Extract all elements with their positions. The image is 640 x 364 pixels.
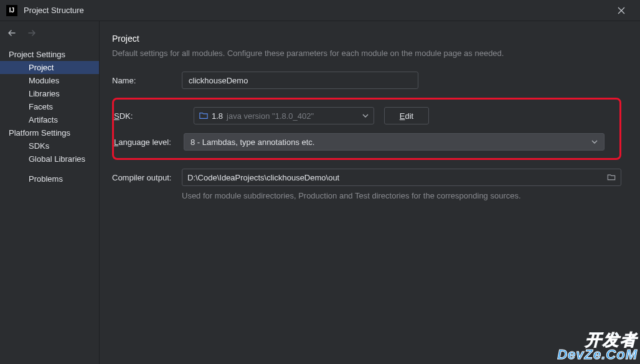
sidebar-item-facets[interactable]: Facets bbox=[0, 100, 99, 113]
arrow-left-icon bbox=[7, 29, 16, 37]
section-header-project-settings: Project Settings bbox=[0, 48, 99, 61]
language-level-select[interactable]: 8 - Lambdas, type annotations etc. bbox=[184, 133, 605, 151]
name-row: Name: bbox=[112, 72, 621, 89]
sdk-detail-text: java version "1.8.0_402" bbox=[227, 111, 314, 121]
sidebar-item-libraries[interactable]: Libraries bbox=[0, 87, 99, 100]
highlighted-section: SDK: 1.8 java version "1.8.0_402" Edit L… bbox=[112, 98, 621, 160]
language-level-value: 8 - Lambdas, type annotations etc. bbox=[191, 138, 314, 147]
compiler-output-input[interactable]: D:\Code\IdeaProjects\clickhouseDemo\out bbox=[182, 169, 621, 186]
section-header-platform-settings: Platform Settings bbox=[0, 126, 99, 139]
sidebar: Project Settings Project Modules Librari… bbox=[0, 21, 100, 364]
nav-arrows bbox=[0, 25, 99, 48]
chevron-down-icon bbox=[591, 138, 598, 147]
compiler-output-value: D:\Code\IdeaProjects\clickhouseDemo\out bbox=[187, 173, 607, 182]
folder-icon bbox=[607, 173, 616, 182]
close-icon bbox=[618, 7, 625, 14]
language-level-row: Language level: 8 - Lambdas, type annota… bbox=[114, 133, 605, 151]
window-title: Project Structure bbox=[24, 6, 84, 15]
page-title: Project bbox=[112, 34, 621, 44]
edit-button[interactable]: Edit bbox=[384, 107, 429, 124]
sidebar-item-sdks[interactable]: SDKs bbox=[0, 139, 99, 152]
sdk-row: SDK: 1.8 java version "1.8.0_402" Edit bbox=[114, 107, 605, 124]
close-button[interactable] bbox=[609, 2, 634, 19]
titlebar: IJ Project Structure bbox=[0, 0, 640, 21]
browse-folder-button[interactable] bbox=[607, 173, 616, 182]
sidebar-item-modules[interactable]: Modules bbox=[0, 74, 99, 87]
main-panel: Project Default settings for all modules… bbox=[100, 21, 640, 364]
jdk-folder-icon bbox=[199, 111, 208, 120]
name-input[interactable] bbox=[182, 72, 418, 89]
sdk-select[interactable]: 1.8 java version "1.8.0_402" bbox=[194, 107, 374, 124]
name-label: Name: bbox=[112, 76, 182, 85]
nav-back-button[interactable] bbox=[7, 29, 16, 39]
sdk-label: SDK: bbox=[114, 111, 184, 121]
language-level-label: Language level: bbox=[114, 138, 184, 147]
compiler-helper-text: Used for module subdirectories, Producti… bbox=[182, 191, 621, 200]
sidebar-item-project[interactable]: Project bbox=[0, 61, 99, 74]
sidebar-item-artifacts[interactable]: Artifacts bbox=[0, 113, 99, 126]
compiler-output-label: Compiler output: bbox=[112, 173, 182, 182]
page-subtitle: Default settings for all modules. Config… bbox=[112, 49, 621, 58]
sdk-version-text: 1.8 bbox=[212, 111, 223, 121]
app-icon: IJ bbox=[6, 5, 17, 16]
chevron-down-icon bbox=[362, 111, 369, 121]
sidebar-item-problems[interactable]: Problems bbox=[0, 166, 99, 185]
nav-forward-button bbox=[27, 29, 36, 39]
compiler-output-row: Compiler output: D:\Code\IdeaProjects\cl… bbox=[112, 169, 621, 186]
sidebar-item-global-libraries[interactable]: Global Libraries bbox=[0, 152, 99, 166]
arrow-right-icon bbox=[27, 29, 36, 37]
